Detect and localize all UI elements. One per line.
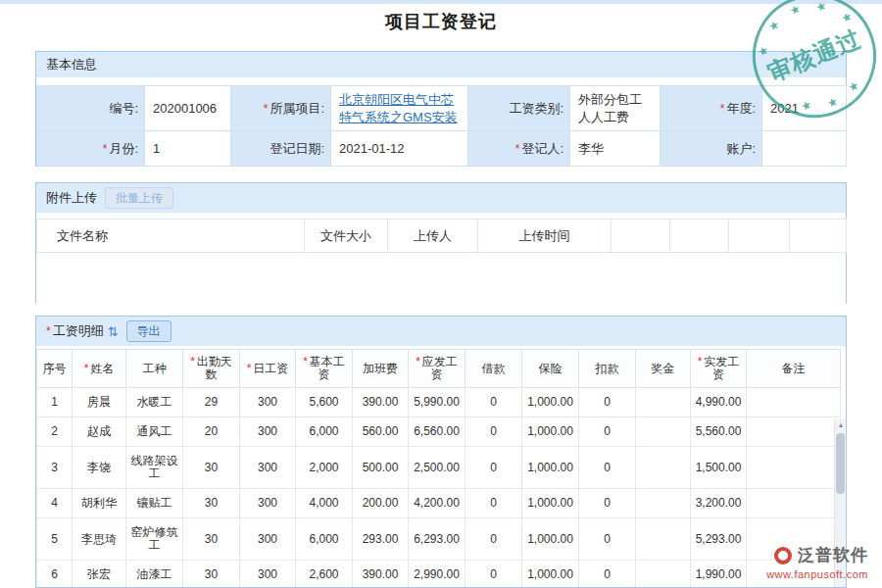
number-label-cell: 编号: [37, 86, 145, 131]
year-label-cell: *年度: [661, 86, 762, 131]
table-cell: 线路架设工 [126, 447, 183, 489]
table-row[interactable]: 3李饶线路架设工303002,000500.002,500.0001,000.0… [37, 447, 841, 489]
category-value: 外部分包工人人工费 [570, 86, 661, 131]
salary-registration-page: 项目工资登记 ★ ★ ★ ★ ★ ★ ★ ★ 审核通过 基本信息 编号: 202… [0, 0, 882, 588]
required-mark: * [515, 142, 520, 156]
table-cell: 5,600 [296, 388, 353, 417]
export-button[interactable]: 导出 [126, 320, 172, 342]
table-cell: 6,000 [296, 518, 353, 561]
table-cell: 5,293.00 [691, 518, 747, 561]
table-cell: 0 [466, 518, 522, 561]
table-cell: 1 [37, 388, 73, 417]
project-label-cell: *所属项目: [231, 86, 331, 131]
number-value: 202001006 [145, 86, 231, 131]
table-cell: 张宏 [73, 561, 126, 588]
table-cell: 0 [579, 518, 636, 561]
column-uploader: 上传人 [388, 220, 478, 253]
star-icon: ★ [847, 79, 860, 94]
table-cell: 6,000 [296, 417, 353, 447]
table-row[interactable]: 2赵成通风工203006,000560.006,560.0001,000.000… [37, 417, 841, 447]
table-cell: 4,000 [296, 489, 353, 518]
table-cell [747, 388, 841, 417]
table-cell: 4,990.00 [691, 388, 747, 417]
salary-details-section: * 工资明细 ⇅ 导出 序号*姓名工种*出勤天数*日工资*基本工资加班费*应发工… [35, 316, 847, 588]
number-label: 编号: [109, 101, 138, 116]
salary-column-header: *日工资 [240, 350, 296, 388]
table-cell: 2,600 [296, 561, 353, 588]
project-link[interactable]: 北京朝阳区电气中芯特气系统之GMS安装 [339, 92, 458, 124]
table-cell: 30 [183, 447, 240, 489]
table-cell: 293.00 [353, 518, 409, 561]
table-cell: 赵成 [73, 417, 126, 447]
table-cell: 300 [240, 518, 296, 561]
batch-upload-button[interactable]: 批量上传 [105, 187, 173, 209]
table-row[interactable]: 5李思琦窑炉修筑工303006,000293.006,293.0001,000.… [37, 518, 841, 561]
year-label: 年度: [726, 101, 756, 116]
table-cell: 0 [579, 489, 636, 518]
table-row[interactable]: 4胡利华镶贴工303004,000200.004,200.0001,000.00… [37, 489, 841, 518]
table-cell [747, 489, 841, 518]
table-cell: 0 [579, 388, 636, 417]
scroll-up-icon[interactable]: ▲ [835, 419, 847, 431]
salary-column-header: 奖金 [636, 350, 691, 388]
column-file-size: 文件大小 [305, 220, 388, 253]
table-cell: 1,000.00 [522, 388, 579, 417]
salary-column-header: 备注 [747, 350, 841, 388]
attachment-header: 附件上传 批量上传 [36, 183, 846, 213]
table-cell: 窑炉修筑工 [126, 518, 183, 561]
brand-name: 泛普软件 [798, 544, 868, 566]
table-cell: 5,560.00 [691, 417, 747, 447]
basic-info-section: 基本信息 编号: 202001006 *所属项目: 北京朝阳区电气中芯特气系统之… [35, 51, 847, 167]
table-cell: 油漆工 [126, 561, 183, 588]
table-cell: 4,200.00 [409, 489, 466, 518]
required-mark: * [698, 355, 703, 368]
column-file-name: 文件名称 [37, 220, 305, 253]
table-cell: 29 [183, 388, 240, 417]
salary-details-title: 工资明细 [53, 322, 104, 340]
account-label: 账户: [726, 141, 756, 156]
table-cell: 1,000.00 [522, 447, 579, 489]
table-cell: 3,200.00 [691, 489, 747, 518]
table-row[interactable]: 6张宏油漆工303002,600390.002,990.0001,000.000… [37, 561, 841, 588]
table-cell: 300 [240, 447, 296, 489]
salary-column-header: *实发工资 [691, 350, 747, 388]
table-cell: 4 [37, 489, 73, 518]
salary-column-header: 扣款 [579, 350, 636, 388]
table-row[interactable]: 1房晨水暖工293005,600390.005,990.0001,000.000… [37, 388, 841, 417]
table-cell: 390.00 [353, 388, 409, 417]
table-cell: 1,000.00 [522, 417, 579, 447]
account-label-cell: 账户: [661, 131, 762, 167]
month-value: 1 [145, 131, 231, 167]
basic-info-form: 编号: 202001006 *所属项目: 北京朝阳区电气中芯特气系统之GMS安装… [36, 85, 847, 167]
required-mark: * [84, 362, 89, 375]
table-cell: 2,500.00 [409, 447, 466, 489]
top-border [0, 0, 882, 4]
table-cell: 500.00 [353, 447, 409, 489]
salary-column-header: *出勤天数 [183, 350, 240, 388]
table-cell: 通风工 [126, 417, 183, 447]
required-mark: * [247, 362, 252, 375]
table-cell: 0 [466, 561, 522, 588]
required-mark: * [720, 102, 725, 116]
table-cell [636, 518, 691, 561]
sort-icon[interactable]: ⇅ [108, 324, 119, 339]
category-label-cell: 工资类别: [468, 86, 570, 131]
table-cell: 0 [579, 417, 636, 447]
required-mark: * [303, 355, 308, 368]
salary-column-header: 工种 [126, 350, 183, 388]
table-cell [636, 489, 691, 518]
account-value [762, 131, 847, 167]
required-mark: * [103, 142, 108, 156]
table-cell: 2,000 [296, 447, 353, 489]
salary-table: 序号*姓名工种*出勤天数*日工资*基本工资加班费*应发工资借款保险扣款奖金*实发… [36, 349, 841, 588]
date-label: 登记日期: [270, 141, 324, 156]
required-mark: * [190, 355, 195, 368]
table-cell: 房晨 [73, 388, 126, 417]
table-cell: 水暖工 [126, 388, 183, 417]
table-cell: 1,000.00 [522, 489, 579, 518]
table-cell: 0 [466, 388, 522, 417]
table-cell: 1,500.00 [691, 447, 747, 489]
table-cell [636, 447, 691, 489]
scroll-thumb[interactable] [836, 433, 845, 494]
table-cell: 5,990.00 [409, 388, 466, 417]
